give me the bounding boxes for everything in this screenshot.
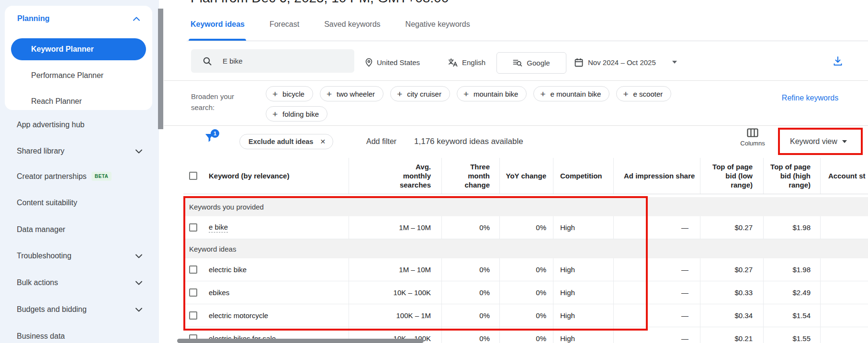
column-header-5[interactable]: Ad impression share [613, 158, 700, 194]
column-header-2[interactable]: Three month change [441, 158, 499, 194]
sidebar-scrollbar[interactable] [158, 9, 163, 129]
avg-monthly-searches-cell: 1M – 10M [349, 216, 441, 239]
sidebar-item-creator-partnerships[interactable]: Creator partnershipsBETA [17, 172, 142, 181]
filter-button[interactable]: 1 [204, 132, 215, 144]
bid-high-cell: $2.49 [763, 281, 820, 304]
sidebar-item-performance-planner[interactable]: Performance Planner [31, 71, 103, 80]
chip-label: e scooter [633, 90, 663, 98]
location-label: United States [377, 58, 420, 66]
filter-chip-label: Exclude adult ideas [248, 138, 313, 145]
table-row-ebikes[interactable]: ebikes10K – 100K0%0%High—$0.33$2.49 [183, 281, 868, 304]
avg-monthly-searches-cell: 100K – 1M [349, 304, 441, 327]
broaden-chip-mountain-bike[interactable]: +mountain bike [457, 86, 527, 101]
dropdown-arrow-icon [672, 61, 677, 64]
broaden-chip-e-mountain-bike[interactable]: +e mountain bike [533, 86, 609, 101]
sidebar-item-app-advertising-hub[interactable]: App advertising hub [17, 121, 142, 129]
sidebar-item-budgets-and-bidding[interactable]: Budgets and bidding [17, 305, 142, 314]
column-header-3[interactable]: YoY change [499, 158, 553, 194]
bid-low-cell: $0.21 [700, 327, 763, 343]
account-status-cell [820, 327, 868, 343]
column-header-7[interactable]: Top of page bid (high range) [763, 158, 820, 194]
refine-keywords-link[interactable]: Refine keywords [781, 92, 839, 104]
sidebar-item-business-data[interactable]: Business data [17, 332, 142, 341]
chip-label: mountain bike [473, 90, 518, 98]
filter-chip-exclude-adult-ideas[interactable]: Exclude adult ideas ✕ [239, 134, 333, 149]
bid-high-cell: $1.54 [763, 304, 820, 327]
three-month-change-cell: 0% [441, 327, 499, 343]
sidebar-item-bulk-actions[interactable]: Bulk actions [17, 278, 142, 287]
yoy-change-cell: 0% [499, 304, 553, 327]
add-filter-button[interactable]: Add filter [366, 137, 396, 146]
tab-bar-border [187, 41, 868, 41]
sidebar-item-planning[interactable]: Planning [17, 14, 140, 23]
broaden-chip-city-cruiser[interactable]: +city cruiser [390, 86, 450, 101]
header-label: Ad impression share [624, 171, 695, 180]
calendar-icon [575, 58, 583, 67]
sidebar-item-label: Shared library [17, 147, 65, 155]
plus-icon: + [272, 110, 278, 119]
sidebar-item-troubleshooting[interactable]: Troubleshooting [17, 252, 142, 260]
broaden-chip-two-wheeler[interactable]: +two wheeler [320, 86, 383, 101]
location-pin-icon [365, 58, 373, 67]
competition-cell: High [553, 216, 613, 239]
tab-saved-keywords[interactable]: Saved keywords [322, 17, 382, 32]
bid-high-cell: $1.55 [763, 327, 820, 343]
columns-button[interactable]: Columns [738, 128, 767, 147]
view-selector-dropdown[interactable]: Keyword view [790, 137, 847, 146]
keyword-search-input[interactable]: E bike [191, 49, 354, 73]
close-icon[interactable]: ✕ [320, 138, 326, 145]
chevron-down-icon [135, 254, 142, 258]
row-checkbox[interactable] [189, 223, 197, 232]
bid-low-cell: $0.27 [700, 216, 763, 239]
table-row-electric-motorcycle[interactable]: electric motorcycle100K – 1M0%0%High—$0.… [183, 304, 868, 327]
broaden-chip-list: +bicycle+two wheeler+city cruiser+mounta… [266, 86, 697, 122]
yoy-change-cell: 0% [499, 327, 553, 343]
search-value: E bike [223, 57, 243, 65]
broaden-chip-e-scooter[interactable]: +e scooter [616, 86, 671, 101]
language-selector[interactable]: English [448, 56, 485, 68]
table-row-electric-bike[interactable]: electric bike1M – 10M0%0%High—$0.27$1.98 [183, 258, 868, 281]
horizontal-scrollbar[interactable] [177, 339, 424, 343]
bid-low-cell: $0.33 [700, 281, 763, 304]
column-header-0[interactable]: Keyword (by relevance) [183, 158, 349, 194]
columns-label: Columns [738, 140, 767, 147]
bid-high-cell: $1.98 [763, 216, 820, 239]
sidebar-item-keyword-planner[interactable]: Keyword Planner [11, 38, 146, 60]
account-status-cell [820, 304, 868, 327]
chip-label: two wheeler [337, 90, 375, 98]
sidebar-item-content-suitability[interactable]: Content suitability [17, 199, 142, 207]
sidebar-item-reach-planner[interactable]: Reach Planner [31, 97, 82, 106]
column-header-1[interactable]: Avg. monthly searches [349, 158, 441, 194]
header-label: YoY change [506, 171, 546, 180]
sidebar-item-data-manager[interactable]: Data manager [17, 225, 142, 234]
account-status-cell [820, 258, 868, 281]
view-selector-label: Keyword view [790, 137, 837, 146]
table-row-e-bike[interactable]: e bike1M – 10M0%0%High—$0.27$1.98 [183, 216, 868, 239]
yoy-change-cell: 0% [499, 258, 553, 281]
filter-count-badge: 1 [211, 129, 219, 138]
header-label: Account st [828, 171, 866, 180]
date-range-selector[interactable]: Nov 2024 – Oct 2025 [575, 56, 677, 68]
chip-label: folding bike [282, 110, 319, 118]
column-header-4[interactable]: Competition [553, 158, 613, 194]
tab-negative-keywords[interactable]: Negative keywords [404, 17, 472, 32]
tab-forecast[interactable]: Forecast [268, 17, 301, 32]
location-selector[interactable]: United States [365, 56, 420, 68]
column-header-8[interactable]: Account st [820, 158, 868, 194]
page-title: Plan from Dec 6, 2025, 10 PM, GMT+08:00 [191, 0, 449, 6]
keyword-cell: electric bike [209, 266, 247, 274]
row-checkbox[interactable] [189, 311, 197, 320]
tab-keyword-ideas[interactable]: Keyword ideas [189, 17, 247, 32]
keyword-ideas-count: 1,176 keyword ideas available [414, 137, 523, 146]
row-checkbox[interactable] [189, 288, 197, 297]
broaden-chip-folding-bike[interactable]: +folding bike [266, 106, 327, 122]
sidebar-item-shared-library[interactable]: Shared library [17, 147, 142, 155]
column-header-6[interactable]: Top of page bid (low range) [700, 158, 763, 194]
broaden-chip-bicycle[interactable]: +bicycle [266, 86, 313, 101]
search-network-icon [513, 59, 522, 67]
beta-badge: BETA [91, 172, 112, 181]
download-button[interactable] [832, 55, 844, 67]
network-selector[interactable]: Google [496, 52, 566, 74]
row-checkbox[interactable] [189, 266, 197, 274]
select-all-checkbox[interactable] [189, 172, 197, 180]
